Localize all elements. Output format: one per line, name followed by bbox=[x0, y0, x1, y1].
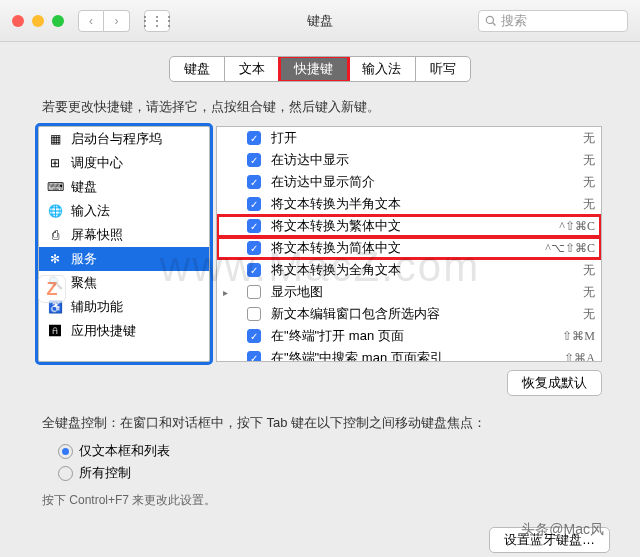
checkbox[interactable]: ✓ bbox=[247, 263, 261, 277]
shortcut-key[interactable]: ^⇧⌘C bbox=[559, 219, 595, 234]
mission-icon: ⊞ bbox=[47, 155, 63, 171]
shortcut-row[interactable]: 新文本编辑窗口包含所选内容无 bbox=[217, 303, 601, 325]
shortcut-label: 新文本编辑窗口包含所选内容 bbox=[271, 305, 573, 323]
checkbox[interactable] bbox=[247, 307, 261, 321]
watermark-text: 头条@Mac风 bbox=[521, 521, 604, 539]
shortcut-row[interactable]: ✓将文本转换为半角文本无 bbox=[217, 193, 601, 215]
tab-text[interactable]: 文本 bbox=[225, 57, 280, 81]
radio-icon bbox=[58, 466, 73, 481]
shortcut-row[interactable]: ✓将文本转换为全角文本无 bbox=[217, 259, 601, 281]
tab-shortcuts[interactable]: 快捷键 bbox=[280, 57, 348, 81]
shortcut-label: 在访达中显示简介 bbox=[271, 173, 573, 191]
shortcut-key[interactable]: 无 bbox=[583, 130, 595, 147]
minimize-icon[interactable] bbox=[32, 15, 44, 27]
checkbox[interactable]: ✓ bbox=[247, 329, 261, 343]
shortcut-key[interactable]: 无 bbox=[583, 284, 595, 301]
checkbox[interactable]: ✓ bbox=[247, 351, 261, 362]
shortcut-row[interactable]: ✓在"终端"打开 man 页面⇧⌘M bbox=[217, 325, 601, 347]
shortcut-label: 显示地图 bbox=[271, 283, 573, 301]
shortcut-label: 将文本转换为全角文本 bbox=[271, 261, 573, 279]
checkbox[interactable]: ✓ bbox=[247, 219, 261, 233]
radio-icon bbox=[58, 444, 73, 459]
keyboard-icon: ⌨ bbox=[47, 179, 63, 195]
shortcut-label: 打开 bbox=[271, 129, 573, 147]
sidebar-item-services[interactable]: ✻服务 bbox=[39, 247, 209, 271]
shortcut-row[interactable]: ✓在访达中显示简介无 bbox=[217, 171, 601, 193]
sidebar-item-mission[interactable]: ⊞调度中心 bbox=[39, 151, 209, 175]
sidebar-item-screenshot[interactable]: ⎙屏幕快照 bbox=[39, 223, 209, 247]
grid-icon[interactable]: ⋮⋮⋮ bbox=[144, 10, 170, 32]
checkbox[interactable]: ✓ bbox=[247, 241, 261, 255]
back-button[interactable]: ‹ bbox=[78, 10, 104, 32]
shortcut-key[interactable]: 无 bbox=[583, 152, 595, 169]
shortcut-key[interactable]: 无 bbox=[583, 262, 595, 279]
hint-text: 按下 Control+F7 来更改此设置。 bbox=[0, 488, 640, 513]
full-keyboard-label: 全键盘控制：在窗口和对话框中，按下 Tab 键在以下控制之间移动键盘焦点： bbox=[0, 400, 640, 436]
search-icon bbox=[485, 15, 497, 27]
restore-defaults-button[interactable]: 恢复成默认 bbox=[507, 370, 602, 396]
instruction-text: 若要更改快捷键，请选择它，点按组合键，然后键入新键。 bbox=[0, 92, 640, 126]
checkbox[interactable]: ✓ bbox=[247, 131, 261, 145]
forward-button[interactable]: › bbox=[104, 10, 130, 32]
checkbox[interactable] bbox=[247, 285, 261, 299]
shortcut-key[interactable]: ⇧⌘A bbox=[564, 351, 595, 363]
shortcut-list[interactable]: ✓打开无✓在访达中显示无✓在访达中显示简介无✓将文本转换为半角文本无✓将文本转换… bbox=[216, 126, 602, 362]
shortcut-label: 将文本转换为简体中文 bbox=[271, 239, 535, 257]
input-icon: 🌐 bbox=[47, 203, 63, 219]
watermark-z-icon: Z bbox=[38, 275, 66, 303]
radio-allcontrols[interactable]: 所有控制 bbox=[58, 462, 582, 484]
shortcut-label: 在"终端"中搜索 man 页面索引 bbox=[271, 349, 554, 362]
shortcut-row[interactable]: ✓打开无 bbox=[217, 127, 601, 149]
shortcut-row[interactable]: ▸显示地图无 bbox=[217, 281, 601, 303]
category-list: ▦启动台与程序坞 ⊞调度中心 ⌨键盘 🌐输入法 ⎙屏幕快照 ✻服务 🔍聚焦 ♿辅… bbox=[38, 126, 210, 362]
shortcut-key[interactable]: 无 bbox=[583, 196, 595, 213]
shortcut-label: 在"终端"打开 man 页面 bbox=[271, 327, 552, 345]
checkbox[interactable]: ✓ bbox=[247, 197, 261, 211]
search-placeholder: 搜索 bbox=[501, 12, 527, 30]
shortcut-row[interactable]: ✓将文本转换为繁体中文^⇧⌘C bbox=[217, 215, 601, 237]
screenshot-icon: ⎙ bbox=[47, 227, 63, 243]
appshort-icon: 🅰 bbox=[47, 323, 63, 339]
shortcut-key[interactable]: ^⌥⇧⌘C bbox=[545, 241, 595, 256]
search-input[interactable]: 搜索 bbox=[478, 10, 628, 32]
sidebar-item-appshort[interactable]: 🅰应用快捷键 bbox=[39, 319, 209, 343]
services-icon: ✻ bbox=[47, 251, 63, 267]
tab-bar: 键盘 文本 快捷键 输入法 听写 bbox=[169, 56, 471, 82]
shortcut-row[interactable]: ✓在"终端"中搜索 man 页面索引⇧⌘A bbox=[217, 347, 601, 362]
tab-dictation[interactable]: 听写 bbox=[416, 57, 470, 81]
shortcut-row[interactable]: ✓将文本转换为简体中文^⌥⇧⌘C bbox=[217, 237, 601, 259]
shortcut-key[interactable]: 无 bbox=[583, 306, 595, 323]
traffic-lights bbox=[12, 15, 64, 27]
tab-keyboard[interactable]: 键盘 bbox=[170, 57, 225, 81]
sidebar-item-launchpad[interactable]: ▦启动台与程序坞 bbox=[39, 127, 209, 151]
checkbox[interactable]: ✓ bbox=[247, 153, 261, 167]
shortcut-row[interactable]: ✓在访达中显示无 bbox=[217, 149, 601, 171]
window-title: 键盘 bbox=[307, 12, 333, 30]
tab-input[interactable]: 输入法 bbox=[348, 57, 416, 81]
sidebar-item-keyboard[interactable]: ⌨键盘 bbox=[39, 175, 209, 199]
expand-icon: ▸ bbox=[223, 287, 237, 298]
shortcut-label: 在访达中显示 bbox=[271, 151, 573, 169]
radio-textonly[interactable]: 仅文本框和列表 bbox=[58, 440, 582, 462]
sidebar-item-input[interactable]: 🌐输入法 bbox=[39, 199, 209, 223]
close-icon[interactable] bbox=[12, 15, 24, 27]
launchpad-icon: ▦ bbox=[47, 131, 63, 147]
shortcut-label: 将文本转换为繁体中文 bbox=[271, 217, 549, 235]
fullscreen-icon[interactable] bbox=[52, 15, 64, 27]
shortcut-label: 将文本转换为半角文本 bbox=[271, 195, 573, 213]
shortcut-key[interactable]: 无 bbox=[583, 174, 595, 191]
shortcut-key[interactable]: ⇧⌘M bbox=[562, 329, 595, 344]
checkbox[interactable]: ✓ bbox=[247, 175, 261, 189]
